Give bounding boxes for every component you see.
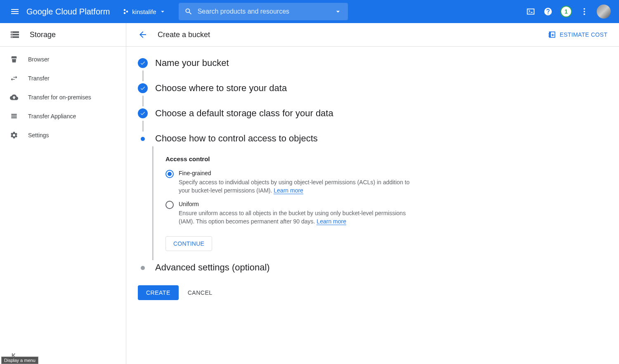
tooltip: Display a menu bbox=[1, 357, 38, 364]
top-header: Google Cloud Platform kinstalife 1 bbox=[0, 0, 619, 23]
check-icon bbox=[138, 58, 148, 68]
main-header: Create a bucket ESTIMATE COST bbox=[126, 23, 619, 47]
chevron-down-icon[interactable] bbox=[334, 7, 342, 16]
search-input[interactable] bbox=[198, 8, 334, 15]
form-actions: CREATE CANCEL bbox=[138, 285, 536, 300]
sidebar-item-settings[interactable]: Settings bbox=[0, 126, 126, 145]
sidebar: Storage Browser Transfer Transfer for on… bbox=[0, 23, 126, 364]
sidebar-item-label: Transfer bbox=[28, 75, 50, 82]
step-title: Choose where to store your data bbox=[155, 83, 287, 94]
gear-icon bbox=[10, 131, 18, 139]
learn-more-link[interactable]: Learn more bbox=[317, 218, 346, 225]
step-title: Choose how to control access to objects bbox=[155, 133, 318, 144]
svg-point-4 bbox=[584, 11, 585, 12]
project-selector[interactable]: kinstalife bbox=[118, 5, 170, 18]
radio-icon[interactable] bbox=[165, 170, 174, 178]
project-name: kinstalife bbox=[132, 8, 156, 15]
active-dot-icon bbox=[141, 137, 145, 141]
radio-uniform[interactable]: Uniform Ensure uniform access to all obj… bbox=[165, 201, 417, 226]
step-title: Name your bucket bbox=[155, 58, 229, 68]
sidebar-item-transfer-onprem[interactable]: Transfer for on-premises bbox=[0, 88, 126, 107]
svg-point-3 bbox=[584, 8, 585, 10]
sidebar-item-browser[interactable]: Browser bbox=[0, 50, 126, 69]
continue-button[interactable]: CONTINUE bbox=[165, 236, 212, 251]
appliance-icon bbox=[10, 112, 18, 120]
hamburger-menu-icon[interactable] bbox=[5, 2, 25, 21]
sidebar-item-transfer-appliance[interactable]: Transfer Appliance bbox=[0, 107, 126, 126]
storage-icon bbox=[10, 30, 20, 40]
create-button[interactable]: CREATE bbox=[138, 285, 179, 300]
radio-label: Fine-grained bbox=[179, 170, 417, 176]
cloud-shell-icon[interactable] bbox=[526, 7, 536, 16]
header-actions: 1 bbox=[526, 5, 611, 19]
search-icon bbox=[184, 7, 193, 16]
help-icon[interactable] bbox=[543, 7, 553, 16]
bucket-icon bbox=[10, 55, 18, 63]
learn-more-link[interactable]: Learn more bbox=[274, 187, 303, 194]
avatar[interactable] bbox=[597, 5, 611, 19]
svg-point-1 bbox=[126, 11, 128, 13]
notifications-badge[interactable]: 1 bbox=[560, 6, 572, 17]
cloud-upload-icon bbox=[10, 93, 18, 101]
step-access-control[interactable]: Choose how to control access to objects bbox=[138, 134, 536, 144]
step-title: Choose a default storage class for your … bbox=[155, 108, 333, 119]
step-storage-class[interactable]: Choose a default storage class for your … bbox=[138, 108, 536, 119]
cancel-button[interactable]: CANCEL bbox=[188, 289, 213, 296]
svg-point-0 bbox=[124, 9, 126, 11]
sidebar-title: Storage bbox=[30, 31, 56, 39]
step-store-location[interactable]: Choose where to store your data bbox=[138, 83, 536, 94]
step-name-bucket[interactable]: Name your bucket bbox=[138, 58, 536, 68]
step-title: Advanced settings (optional) bbox=[155, 262, 270, 273]
back-arrow-icon[interactable] bbox=[138, 30, 148, 40]
radio-description: Ensure uniform access to all objects in … bbox=[179, 209, 417, 226]
svg-point-2 bbox=[124, 12, 126, 14]
inactive-dot-icon bbox=[141, 266, 145, 270]
brand-logo: Google Cloud Platform bbox=[26, 7, 110, 16]
estimate-cost-button[interactable]: ESTIMATE COST bbox=[548, 31, 607, 39]
more-icon[interactable] bbox=[579, 7, 589, 16]
chevron-down-icon bbox=[159, 8, 166, 15]
main-content: Create a bucket ESTIMATE COST Name your … bbox=[126, 23, 619, 364]
sidebar-item-label: Browser bbox=[28, 56, 49, 63]
check-icon bbox=[138, 108, 148, 118]
estimate-icon bbox=[548, 31, 556, 39]
step-advanced-settings[interactable]: Advanced settings (optional) bbox=[138, 263, 536, 273]
access-control-panel: Access control Fine-grained Specify acce… bbox=[153, 146, 417, 260]
transfer-icon bbox=[10, 74, 18, 82]
radio-label: Uniform bbox=[179, 201, 417, 207]
sidebar-item-label: Settings bbox=[28, 132, 49, 139]
section-label: Access control bbox=[165, 155, 417, 162]
radio-description: Specify access to individual objects by … bbox=[179, 178, 417, 195]
svg-point-5 bbox=[584, 14, 585, 15]
sidebar-header: Storage bbox=[0, 23, 126, 47]
sidebar-item-label: Transfer for on-premises bbox=[28, 94, 91, 101]
radio-fine-grained[interactable]: Fine-grained Specify access to individua… bbox=[165, 170, 417, 195]
search-box[interactable] bbox=[179, 3, 348, 20]
estimate-label: ESTIMATE COST bbox=[560, 31, 607, 38]
page-title: Create a bucket bbox=[158, 31, 210, 39]
sidebar-item-label: Transfer Appliance bbox=[28, 113, 76, 120]
check-icon bbox=[138, 83, 148, 93]
sidebar-item-transfer[interactable]: Transfer bbox=[0, 69, 126, 88]
radio-icon[interactable] bbox=[165, 201, 174, 209]
